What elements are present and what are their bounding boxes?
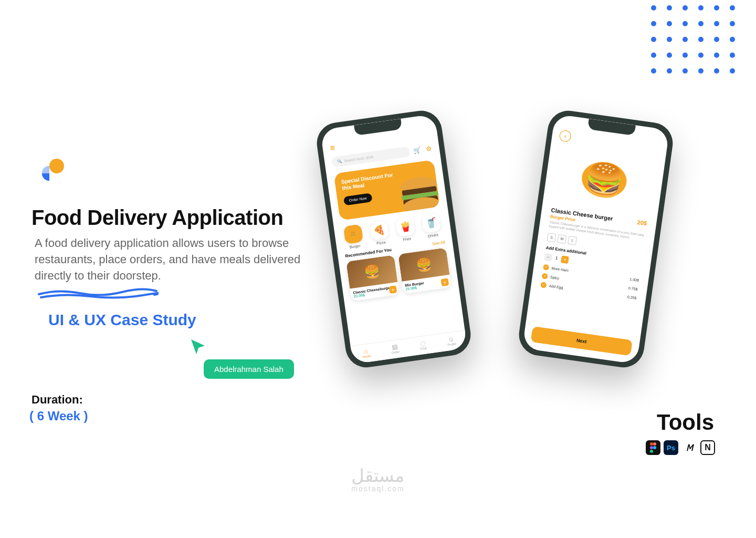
category-burger[interactable]: 🍔Burger (343, 224, 364, 249)
check-icon: ✓ (540, 282, 547, 288)
option-price: 0.25$ (627, 295, 636, 299)
nav-chat[interactable]: ◌Chat (419, 339, 427, 350)
option-price: 1.00$ (629, 277, 639, 282)
watermark-arabic: مستقل (351, 467, 404, 484)
miro-icon: 𝘔 (681, 440, 697, 455)
phone-mockup-home: ≡ 🔍 Search food, drink 🛒 ⚙ Special Disco… (314, 108, 473, 370)
filter-icon[interactable]: ⚙ (426, 144, 433, 152)
figma-icon (646, 440, 660, 455)
qty-plus-button[interactable]: + (561, 255, 569, 264)
category-fries[interactable]: 🍟Fries (395, 217, 416, 242)
next-button[interactable]: Next (531, 326, 633, 356)
check-icon: ✓ (542, 273, 548, 279)
case-study-subtitle: UI & UX Case Study (48, 311, 196, 329)
promo-burger-image (393, 169, 440, 218)
svg-point-4 (653, 446, 656, 449)
phone-mockups: ≡ 🔍 Search food, drink 🛒 ⚙ Special Disco… (326, 116, 672, 368)
product-hero-image: 🍔 (561, 146, 647, 214)
duration-value: ( 6 Week ) (29, 409, 88, 423)
promo-banner: Special Discount For this Meal Order Now (334, 160, 440, 221)
product-card[interactable]: 🍔 Classic Cheeseburger 20.99$ + (346, 255, 400, 301)
bottom-nav: ⌂Home ▤Order ◌Chat ☺Profile (351, 330, 468, 364)
watermark-latin: mostaql.com (351, 484, 404, 493)
underline-decoration (38, 286, 159, 303)
product-card[interactable]: 🍔 Mix Burger 25.99$ + (398, 247, 452, 294)
svg-point-2 (653, 442, 656, 446)
brand-logo (38, 158, 67, 189)
check-icon: ✓ (543, 264, 549, 270)
nav-order[interactable]: ▤Order (390, 343, 400, 355)
back-button[interactable]: ‹ (559, 130, 572, 143)
add-button[interactable]: + (440, 278, 449, 286)
svg-point-3 (650, 446, 653, 449)
order-now-button[interactable]: Order Now (343, 193, 373, 205)
qty-minus-button[interactable]: − (544, 253, 552, 261)
page-title: Food Delivery Application (32, 206, 283, 230)
tools-icons-row: Ps 𝘔 N (646, 440, 715, 455)
author-cursor: Abdelrahman Salah (189, 337, 294, 379)
add-button[interactable]: + (388, 285, 397, 294)
svg-point-1 (650, 442, 653, 446)
size-m[interactable]: M (557, 234, 566, 244)
search-placeholder: Search food, drink (344, 154, 374, 162)
photoshop-icon: Ps (664, 440, 678, 455)
qty-value: 1 (554, 255, 560, 261)
size-l[interactable]: L (568, 235, 577, 245)
notion-icon: N (700, 440, 715, 455)
duration-label: Duration: (32, 393, 83, 407)
phone-mockup-detail: ‹ 🍔 Classic Cheese burger 20$ Burger Pri… (516, 108, 675, 370)
author-name-tag: Abdelrahman Salah (204, 359, 294, 379)
category-pizza[interactable]: 🍕Pizza (369, 220, 390, 245)
nav-profile[interactable]: ☺Profile (446, 335, 457, 347)
svg-point-5 (650, 450, 653, 453)
page-description: A food delivery application allows users… (35, 235, 318, 284)
cursor-icon (189, 337, 207, 355)
watermark: مستقل mostaql.com (351, 467, 404, 493)
nav-home[interactable]: ⌂Home (361, 347, 371, 358)
cart-icon[interactable]: 🛒 (413, 146, 422, 154)
decorative-dot-grid (651, 5, 735, 74)
product-price: 20$ (637, 219, 647, 226)
tools-heading: Tools (657, 410, 714, 435)
category-drinks[interactable]: 🥤Drinks (421, 213, 442, 239)
search-icon: 🔍 (337, 159, 342, 163)
size-s[interactable]: S (547, 233, 556, 242)
svg-point-0 (49, 159, 64, 173)
option-price: 0.75$ (628, 286, 638, 291)
